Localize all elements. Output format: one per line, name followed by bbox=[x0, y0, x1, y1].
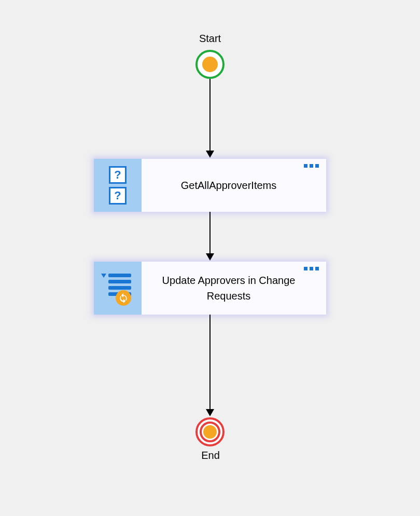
activity-icon-bay: ? ? bbox=[94, 159, 142, 212]
activity-title: Update Approvers in Change Requests bbox=[152, 273, 305, 304]
query-boxes-icon: ? ? bbox=[109, 166, 127, 205]
arrow-head-icon bbox=[206, 253, 214, 261]
refresh-badge-icon bbox=[116, 290, 131, 306]
end-node[interactable] bbox=[195, 417, 225, 446]
activity-icon-bay bbox=[94, 262, 142, 315]
end-label: End bbox=[200, 450, 221, 461]
end-circle-icon bbox=[195, 417, 225, 446]
connector bbox=[209, 315, 211, 410]
list-refresh-icon bbox=[101, 271, 134, 305]
start-node[interactable] bbox=[195, 50, 225, 79]
connector bbox=[209, 212, 211, 254]
start-label: Start bbox=[198, 33, 222, 45]
activity-title: GetAllApproverItems bbox=[181, 178, 277, 193]
activity-get-all-approver-items[interactable]: ? ? GetAllApproverItems bbox=[94, 159, 326, 212]
start-circle-icon bbox=[195, 50, 225, 79]
connector bbox=[209, 79, 211, 152]
workflow-canvas: Start ? ? GetAllApproverItems bbox=[0, 0, 420, 516]
activity-update-approvers[interactable]: Update Approvers in Change Requests bbox=[94, 262, 326, 315]
arrow-head-icon bbox=[206, 151, 214, 158]
activity-menu-button[interactable] bbox=[304, 267, 319, 270]
arrow-head-icon bbox=[206, 409, 214, 416]
activity-menu-button[interactable] bbox=[304, 164, 319, 168]
